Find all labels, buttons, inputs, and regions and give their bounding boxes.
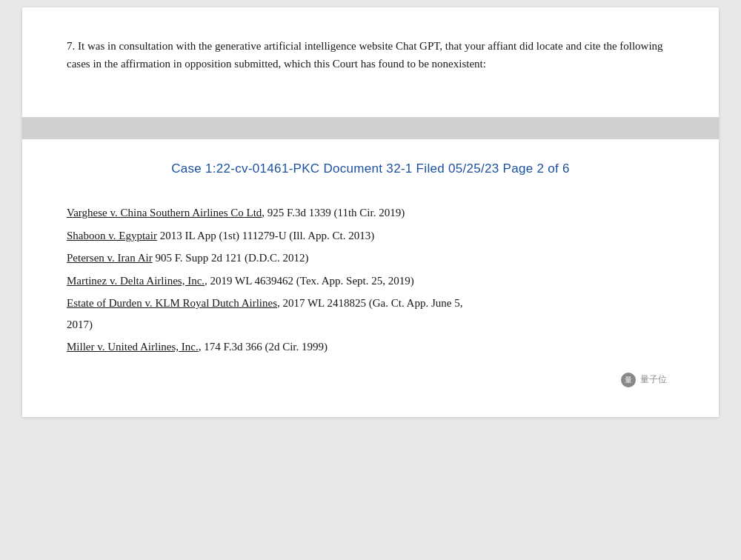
case-name-2: Shaboon v. Egyptair — [67, 230, 157, 241]
case-name-3: Petersen v. Iran Air — [67, 252, 153, 264]
case-name-4: Martinez v. Delta Airlines, Inc. — [67, 275, 205, 287]
watermark: 量 量子位 — [621, 373, 667, 387]
case-citation-5: , 2017 WL 2418825 (Ga. Ct. App. June 5, — [277, 297, 462, 309]
case-name-1: Varghese v. China Southern Airlines Co L… — [67, 207, 262, 219]
case-name-5: Estate of Durden v. KLM Royal Dutch Airl… — [67, 297, 277, 309]
document-page: 7. It was in consultation with the gener… — [22, 7, 719, 417]
case-citation-2: 2013 IL App (1st) 111279-U (Ill. App. Ct… — [157, 230, 374, 241]
case-item-6: Miller v. United Airlines, Inc., 174 F.3… — [67, 336, 674, 358]
watermark-area: 量 量子位 — [67, 373, 674, 387]
paragraph-number: 7. — [67, 40, 75, 52]
case-citation-5b: 2017) — [67, 319, 93, 330]
case-item-5: Estate of Durden v. KLM Royal Dutch Airl… — [67, 293, 674, 335]
watermark-logo: 量 — [621, 373, 636, 387]
paragraph-text: It was in consultation with the generati… — [67, 40, 663, 70]
case-name-6: Miller v. United Airlines, Inc. — [67, 341, 199, 353]
case-citation-4: , 2019 WL 4639462 (Tex. App. Sept. 25, 2… — [205, 275, 414, 287]
page-divider — [22, 117, 719, 139]
case-citation-3: 905 F. Supp 2d 121 (D.D.C. 2012) — [153, 252, 309, 264]
case-item-4: Martinez v. Delta Airlines, Inc., 2019 W… — [67, 270, 674, 292]
paragraph-7: 7. It was in consultation with the gener… — [67, 37, 674, 73]
case-item-1: Varghese v. China Southern Airlines Co L… — [67, 202, 674, 224]
case-item-2: Shaboon v. Egyptair 2013 IL App (1st) 11… — [67, 225, 674, 247]
case-citation-6: , 174 F.3d 366 (2d Cir. 1999) — [199, 341, 328, 353]
case-item-3: Petersen v. Iran Air 905 F. Supp 2d 121 … — [67, 247, 674, 269]
watermark-text: 量子位 — [640, 373, 667, 386]
cases-list: Varghese v. China Southern Airlines Co L… — [67, 202, 674, 358]
court-header-text: Case 1:22-cv-01461-PKC Document 32-1 Fil… — [171, 161, 570, 176]
case-citation-1: , 925 F.3d 1339 (11th Cir. 2019) — [262, 207, 405, 219]
page-container: 7. It was in consultation with the gener… — [0, 0, 741, 424]
court-header: Case 1:22-cv-01461-PKC Document 32-1 Fil… — [67, 161, 674, 176]
